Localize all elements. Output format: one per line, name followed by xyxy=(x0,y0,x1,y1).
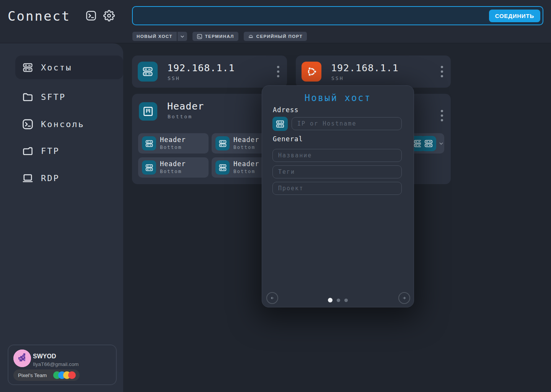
team-label: Pixel’s Team xyxy=(18,372,47,378)
sidebar-item-sftp[interactable]: SFTP xyxy=(15,85,123,109)
host-protocol: SSH xyxy=(331,75,344,81)
kebab-menu-icon[interactable] xyxy=(439,64,445,79)
kebab-menu-icon[interactable] xyxy=(276,64,281,79)
sidebar: Хосты SFTP Консоль FTP RDP xyxy=(0,43,123,392)
host-protocol: SSH xyxy=(168,75,180,81)
host-card[interactable]: 192.168.1.1 SSH xyxy=(296,56,451,88)
avatar xyxy=(13,350,31,367)
server-icon xyxy=(142,136,156,150)
host-address-input[interactable] xyxy=(137,7,486,24)
group-host-chip[interactable]: Header Bottom xyxy=(138,133,209,154)
gear-icon[interactable] xyxy=(103,10,115,21)
connect-button[interactable]: СОЕДИНИТЬ xyxy=(489,10,540,22)
chip-subtitle: Bottom xyxy=(233,168,255,174)
terminal-button[interactable]: ТЕРМИНАЛ xyxy=(192,32,238,41)
chevron-down-icon xyxy=(179,34,185,39)
sidebar-item-hosts[interactable]: Хосты xyxy=(15,56,123,79)
app-header: Connect xyxy=(0,0,123,43)
folder-icon xyxy=(22,91,34,103)
pagination-dots xyxy=(262,298,414,302)
pagination-dot-active[interactable] xyxy=(328,298,333,302)
chip-subtitle: Bottom xyxy=(160,144,182,150)
sidebar-item-rdp[interactable]: RDP xyxy=(15,166,123,190)
sidebar-item-label: SFTP xyxy=(41,92,66,102)
sidebar-item-label: Консоль xyxy=(41,119,85,129)
terminal-icon xyxy=(22,118,34,130)
group-title: Header xyxy=(167,101,204,112)
host-title: 192.168.1.1 xyxy=(331,62,399,74)
terminal-label: ТЕРМИНАЛ xyxy=(205,34,234,39)
chip-title: Header xyxy=(233,136,259,144)
address-label: Adress xyxy=(273,106,298,114)
kebab-menu-icon[interactable] xyxy=(439,108,445,123)
sidebar-item-label: Хосты xyxy=(41,63,72,72)
new-host-dropdown-button[interactable] xyxy=(178,32,187,41)
group-subtitle: Bottom xyxy=(168,114,192,119)
host-card[interactable]: 192.168.1.1 SSH xyxy=(132,56,287,88)
general-label: General xyxy=(273,135,303,143)
chip-title: Header xyxy=(160,160,186,168)
host-title: 192.168.1.1 xyxy=(167,62,235,74)
sidebar-item-ftp[interactable]: FTP xyxy=(15,139,123,163)
user-name: SWYOD xyxy=(33,353,56,360)
server-icon xyxy=(142,160,156,175)
server-icon xyxy=(215,136,230,150)
chip-subtitle: Bottom xyxy=(233,144,255,150)
ip-hostname-input[interactable] xyxy=(292,117,402,130)
server-icon xyxy=(215,160,230,175)
team-pill[interactable]: Pixel’s Team xyxy=(13,369,80,381)
rack-icon xyxy=(139,102,157,121)
host-type-icon-button[interactable] xyxy=(272,117,288,131)
chip-title: Header xyxy=(160,136,186,144)
sidebar-item-label: FTP xyxy=(41,146,60,156)
name-input[interactable] xyxy=(272,149,402,162)
terminal-icon[interactable] xyxy=(85,10,97,21)
app-title: Connect xyxy=(8,8,70,24)
terminal-icon xyxy=(197,34,202,39)
user-email: IlyaT66@gmail.com xyxy=(33,361,79,367)
header-actions xyxy=(85,10,115,21)
new-host-label: НОВЫЙ ХОСТ xyxy=(137,34,173,39)
team-color-dots xyxy=(56,371,76,379)
group-host-chip[interactable]: Header Bottom xyxy=(138,157,209,178)
chevron-down-icon[interactable] xyxy=(438,140,444,147)
sidebar-item-console[interactable]: Консоль xyxy=(15,112,123,136)
quick-connect-bar: СОЕДИНИТЬ xyxy=(132,6,543,25)
user-card[interactable]: SWYOD IlyaT66@gmail.com Pixel’s Team xyxy=(8,345,117,385)
pagination-dot[interactable] xyxy=(337,299,340,302)
chip-subtitle: Bottom xyxy=(160,168,182,174)
pagination-dot[interactable] xyxy=(344,299,348,302)
folder-tab-icon xyxy=(22,145,34,157)
server-icon xyxy=(22,62,34,74)
team-dot-red xyxy=(68,371,76,379)
ubuntu-icon xyxy=(302,62,321,82)
new-host-modal: Новый хост Adress General xyxy=(262,85,414,307)
server-icon xyxy=(275,119,285,129)
toolbar: НОВЫЙ ХОСТ ТЕРМИНАЛ СЕРИЙНЫЙ ПОРТ xyxy=(132,32,307,41)
modal-title: Новый хост xyxy=(262,93,414,103)
server-icon xyxy=(421,136,436,151)
serial-port-icon xyxy=(248,34,254,39)
sidebar-item-label: RDP xyxy=(41,173,60,183)
avatar-pixel-art xyxy=(13,350,31,367)
serial-port-button[interactable]: СЕРИЙНЫЙ ПОРТ xyxy=(244,32,307,41)
server-icon xyxy=(138,62,158,82)
topbar: СОЕДИНИТЬ НОВЫЙ ХОСТ ТЕРМИНАЛ СЕРИЙНЫЙ П… xyxy=(123,0,551,43)
project-input[interactable] xyxy=(272,182,402,195)
laptop-icon xyxy=(22,172,34,184)
new-host-split-button: НОВЫЙ ХОСТ xyxy=(132,32,187,41)
tags-input[interactable] xyxy=(272,165,402,178)
chip-title: Header xyxy=(233,160,259,168)
new-host-button[interactable]: НОВЫЙ ХОСТ xyxy=(132,32,177,41)
serial-port-label: СЕРИЙНЫЙ ПОРТ xyxy=(256,34,303,39)
